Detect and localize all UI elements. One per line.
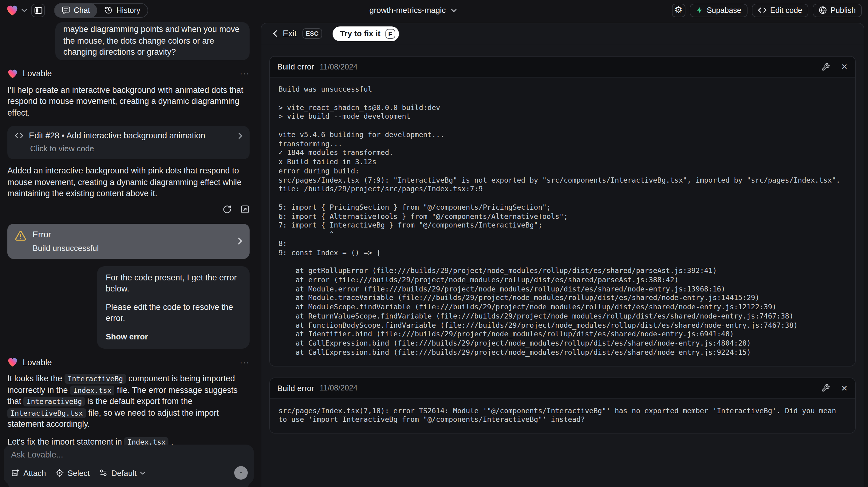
user-message-text: maybe diagramming points and when you mo…: [63, 25, 240, 57]
tab-chat-label: Chat: [74, 6, 90, 14]
build-error-card[interactable]: Error Build unsuccessful: [7, 223, 250, 258]
build-error-title: Build error: [277, 62, 314, 71]
wrench-icon[interactable]: [821, 384, 830, 392]
top-bar-left: Chat History: [6, 3, 149, 18]
assistant-paragraph: It looks like the InteractiveBg componen…: [7, 373, 250, 430]
chevron-down-icon: [22, 8, 27, 12]
code-brackets-icon: [15, 133, 23, 139]
wrench-icon[interactable]: [821, 62, 830, 71]
attach-image-icon: [11, 468, 20, 477]
top-bar: Chat History growth-metrics-magic ⚙: [0, 0, 868, 20]
edit-28-subtitle: Click to view code: [30, 144, 242, 153]
send-button[interactable]: ↑: [234, 466, 248, 480]
sidebar-toggle-button[interactable]: [31, 3, 45, 17]
build-error-panel-1: Build error 11/08/2024 ✕ Build was unsuc…: [269, 56, 856, 366]
edit-code-label: Edit code: [770, 6, 802, 14]
build-error-header: Build error 11/08/2024 ✕: [270, 378, 855, 399]
edit-code-button[interactable]: Edit code: [752, 3, 808, 17]
chat-history-tabs: Chat History: [54, 3, 149, 18]
mode-dropdown[interactable]: Default: [99, 468, 145, 478]
assistant-header: Lovable ···: [7, 68, 250, 79]
user-message: For the code present, I get the error be…: [97, 266, 250, 348]
assistant-paragraph: I'll help create an interactive backgrou…: [7, 85, 250, 119]
tab-chat[interactable]: Chat: [55, 3, 97, 18]
build-error-date: 11/08/2024: [320, 384, 358, 392]
error-review-panel: Exit ESC Try to fix it F Build error 11/…: [261, 23, 864, 487]
sliders-icon: [99, 468, 107, 477]
project-title: growth-metrics-magic: [369, 5, 446, 15]
supabase-label: Supabase: [707, 6, 741, 14]
close-icon[interactable]: ✕: [841, 62, 848, 71]
chevron-down-icon: [140, 471, 145, 475]
build-error-log: src/pages/Index.tsx(7,10): error TS2614:…: [278, 406, 846, 424]
show-error-link[interactable]: Show error: [106, 331, 241, 342]
supabase-button[interactable]: Supabase: [689, 3, 747, 17]
publish-button[interactable]: Publish: [813, 3, 862, 17]
error-panel-scroll[interactable]: Build error 11/08/2024 ✕ Build was unsuc…: [261, 44, 864, 445]
attach-button[interactable]: Attach: [11, 468, 46, 478]
tab-history-label: History: [117, 6, 141, 14]
supabase-bolt-icon: [695, 6, 703, 14]
edit-28-card[interactable]: Edit #28 • Add interactive background an…: [7, 126, 250, 159]
settings-button[interactable]: ⚙: [672, 3, 685, 17]
build-error-header: Build error 11/08/2024 ✕: [270, 57, 855, 78]
chevron-right-icon: [238, 237, 242, 245]
lovable-app: Chat History growth-metrics-magic ⚙: [0, 0, 868, 487]
project-switcher[interactable]: growth-metrics-magic: [369, 0, 457, 20]
warning-triangle-icon: [15, 230, 26, 241]
top-bar-right: ⚙ Supabase Edit code Publish: [672, 3, 862, 17]
text-segment: is the default export from the: [85, 397, 193, 406]
try-to-fix-button[interactable]: Try to fix it F: [333, 26, 399, 41]
select-label: Select: [68, 468, 90, 478]
chat-input[interactable]: [11, 450, 247, 465]
chat-panel[interactable]: maybe diagramming points and when you mo…: [0, 20, 257, 487]
build-error-panel-2: Build error 11/08/2024 ✕ src/pages/Index…: [269, 377, 856, 433]
inline-code: InteractiveBg: [65, 374, 126, 384]
error-card-title: Error: [33, 230, 99, 239]
text-segment: It looks like the: [7, 374, 65, 383]
assistant-name: Lovable: [23, 69, 52, 78]
chevron-left-icon: [273, 30, 277, 37]
more-menu-icon[interactable]: ···: [240, 358, 250, 367]
inline-code: Index.tsx: [70, 385, 115, 395]
lovable-heart-icon: [6, 5, 19, 16]
publish-label: Publish: [831, 6, 856, 14]
esc-key-badge: ESC: [302, 28, 322, 39]
chat-bubble-icon: [62, 6, 70, 14]
refresh-icon[interactable]: [222, 205, 232, 214]
error-card-subtitle: Build unsuccessful: [33, 243, 99, 252]
try-to-fix-label: Try to fix it: [340, 29, 380, 38]
tab-history[interactable]: History: [97, 3, 148, 18]
crosshair-icon: [55, 468, 64, 477]
history-clock-icon: [105, 6, 113, 14]
code-brackets-icon: [758, 7, 767, 13]
assistant-name: Lovable: [23, 358, 52, 367]
lovable-avatar: [7, 68, 18, 79]
assistant-intro-text: I'll help create an interactive backgrou…: [7, 85, 243, 117]
attach-label: Attach: [23, 468, 46, 478]
build-error-log: Build was unsuccessful > vite_react_shad…: [278, 85, 846, 357]
build-error-log-body: src/pages/Index.tsx(7,10): error TS2614:…: [270, 399, 855, 433]
exit-button[interactable]: Exit ESC: [273, 28, 322, 39]
edit-28-title: Edit #28 • Add interactive background an…: [29, 131, 205, 140]
send-arrow-icon: ↑: [239, 468, 243, 478]
workspace-menu-button[interactable]: [6, 5, 27, 16]
select-button[interactable]: Select: [55, 468, 90, 478]
message-actions: [7, 205, 250, 214]
more-menu-icon[interactable]: ···: [240, 69, 250, 78]
input-toolbar: Attach Select Default: [11, 466, 248, 480]
f-key-badge: F: [385, 29, 395, 38]
globe-icon: [819, 6, 827, 14]
fix-header: Exit ESC Try to fix it F: [261, 23, 864, 44]
inline-code: InteractiveBg: [24, 397, 85, 406]
build-error-date: 11/08/2024: [320, 62, 358, 71]
chevron-down-icon: [451, 8, 457, 12]
chevron-right-icon: [239, 132, 242, 139]
gear-icon: ⚙: [674, 5, 683, 15]
mode-label: Default: [111, 468, 136, 478]
close-icon[interactable]: ✕: [841, 384, 848, 393]
prompt-input-box[interactable]: Attach Select Default: [4, 445, 254, 485]
open-external-icon[interactable]: [240, 205, 250, 214]
user-message-line: For the code present, I get the error be…: [106, 272, 241, 295]
assistant-summary-text: Added an interactive background with pin…: [7, 166, 242, 198]
